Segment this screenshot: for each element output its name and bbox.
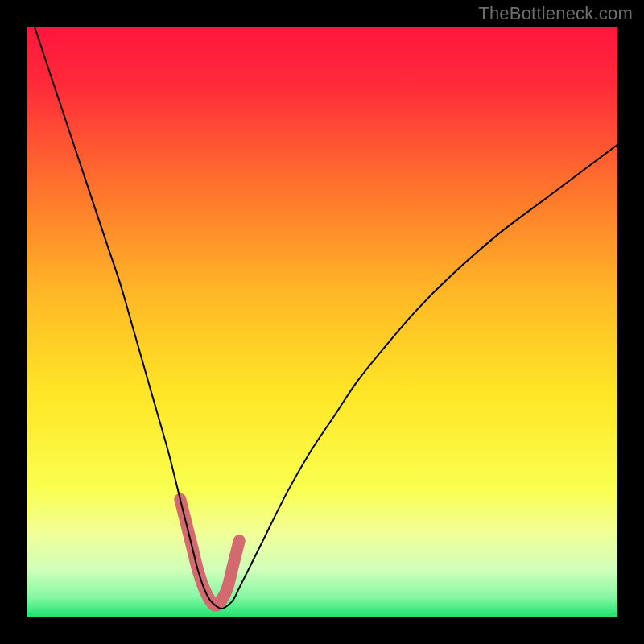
plot-background <box>27 27 617 617</box>
chart-svg <box>0 0 644 644</box>
watermark-text: TheBottleneck.com <box>478 3 633 24</box>
chart-frame: TheBottleneck.com <box>0 0 644 644</box>
